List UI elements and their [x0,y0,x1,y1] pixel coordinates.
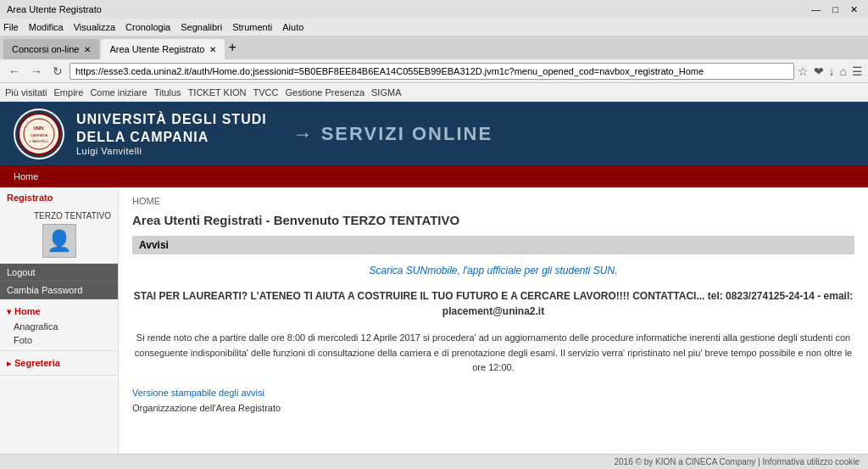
avvisi-box: Avvisi [132,236,854,254]
nav-bar: ← → ↻ ☆ ❤ ↓ ⌂ ☰ [0,59,868,83]
sun-mobile-link[interactable]: Scarica SUNmobile, l'app ufficiale per g… [132,265,854,276]
menu-visualizza[interactable]: Visualizza [74,22,115,32]
bookmark-icon[interactable]: ❤ [814,64,824,78]
print-version-link[interactable]: Versione stampabile degli avvisi [132,388,854,398]
university-logo: UNIV. CAMPANIA L.VANVITELLI [14,109,64,159]
star-icon[interactable]: ☆ [798,64,809,78]
bookmark-titulus[interactable]: Titulus [154,87,181,98]
logo-inner: UNIV. CAMPANIA L.VANVITELLI [15,110,63,158]
bookmark-piu-visitati[interactable]: Più visitati [5,87,47,98]
menu-strumenti[interactable]: Strumenti [232,22,272,32]
sidebar-segreteria-header[interactable]: ▸ Segreteria [0,355,118,371]
bookmark-come-iniziare[interactable]: Come iniziare [90,87,147,98]
url-bar[interactable] [70,63,794,80]
home-browser-icon[interactable]: ⌂ [840,64,847,78]
sidebar-home-header[interactable]: ▾ Home [0,303,118,320]
sidebar-logout-item[interactable]: Logout [0,264,118,282]
org-text: Organizzazione dell'Area Registrato [132,403,854,413]
content-area: HOME Area Utenti Registrati - Benvenuto … [119,187,868,469]
bookmarks-bar: Più visitati Empire Come iniziare Titulu… [0,83,868,102]
info-text: Si rende noto che a partire dalle ore 8:… [132,331,854,376]
minimize-button[interactable]: — [808,4,824,15]
sidebar-avatar: 👤 [42,224,76,258]
main-nav: Home [0,165,868,187]
menu-file[interactable]: File [3,22,19,32]
tab-area-utente-close[interactable]: ✕ [209,45,216,54]
servizi-online-label: → SERVIZI ONLINE [292,122,492,146]
sidebar-registrato-title: Registrato [0,187,118,206]
sidebar-foto-link[interactable]: Foto [0,333,118,347]
bookmark-gestione-presenza[interactable]: Gestione Presenza [285,87,364,98]
bookmark-tvcc[interactable]: TVCC [253,87,279,98]
tab-concorsi-close[interactable]: ✕ [84,45,91,54]
university-name-line1: UNIVERSITÀ DEGLI STUDI [76,111,267,129]
sidebar: Registrato TERZO TENTATIVO 👤 Logout Camb… [0,187,119,469]
footer: 2016 © by KION a CINECA Company | Inform… [0,454,868,469]
svg-text:CAMPANIA: CAMPANIA [31,133,48,137]
tab-area-utente[interactable]: Area Utente Registrato ✕ [101,39,225,59]
page-title: Area Utenti Registrati - Benvenuto TERZO… [132,213,854,227]
chevron-right-icon: ▸ [7,359,11,368]
bookmark-empire[interactable]: Empire [54,87,84,98]
close-button[interactable]: ✕ [847,4,861,15]
page-content: UNIV. CAMPANIA L.VANVITELLI UNIVERSITÀ D… [0,102,868,469]
menu-segnalibri[interactable]: Segnalibri [181,22,222,32]
tab-area-utente-label: Area Utente Registrato [109,44,204,54]
avatar-placeholder-icon: 👤 [47,229,72,253]
menu-bar: File Modifica Visualizza Cronologia Segn… [0,19,868,36]
bookmark-ticket-kion[interactable]: TICKET KION [188,87,247,98]
browser-title: Area Utente Registrato [7,4,102,14]
university-header: UNIV. CAMPANIA L.VANVITELLI UNIVERSITÀ D… [0,102,868,165]
new-tab-button[interactable]: + [225,40,239,55]
tab-concorsi[interactable]: Concorsi on-line ✕ [3,39,99,59]
sidebar-user-area: TERZO TENTATIVO 👤 [0,206,118,264]
sidebar-username: TERZO TENTATIVO [7,211,111,221]
menu-modifica[interactable]: Modifica [29,22,64,32]
sidebar-segreteria-label: Segreteria [14,358,60,368]
restore-button[interactable]: □ [829,4,842,15]
title-bar: Area Utente Registrato — □ ✕ [0,0,868,19]
servizi-text: SERVIZI ONLINE [321,123,492,145]
sidebar-home-section: ▾ Home Anagrafica Foto [0,299,118,351]
breadcrumb: HOME [132,196,854,206]
arrow-icon: → [292,122,314,146]
university-name-line2: DELLA CAMPANIA [76,129,267,147]
chevron-down-icon: ▾ [7,307,11,316]
tabs-bar: Concorsi on-line ✕ Area Utente Registrat… [0,36,868,59]
sidebar-cambia-password-item[interactable]: Cambia Password [0,282,118,299]
bookmark-sigma[interactable]: SIGMA [371,87,401,98]
sidebar-home-label: Home [14,306,41,316]
sidebar-anagrafica-link[interactable]: Anagrafica [0,320,118,333]
main-layout: Registrato TERZO TENTATIVO 👤 Logout Camb… [0,187,868,469]
forward-button[interactable]: → [27,63,46,80]
refresh-button[interactable]: ↻ [49,63,66,80]
menu-aiuto[interactable]: Aiuto [282,22,303,32]
notice-box: STAI PER LAUREARTI? L'ATENEO TI AIUTA A … [132,288,854,319]
sidebar-segreteria-section: ▸ Segreteria [0,351,118,376]
home-nav-button[interactable]: Home [7,171,45,181]
menu-cronologia[interactable]: Cronologia [125,22,170,32]
back-button[interactable]: ← [5,63,24,80]
university-name-line3: Luigi Vanvitelli [76,146,267,156]
svg-text:UNIV.: UNIV. [34,126,45,131]
svg-text:L.VANVITELLI: L.VANVITELLI [30,140,49,143]
download-icon[interactable]: ↓ [829,64,835,78]
menu-icon[interactable]: ☰ [852,64,863,78]
tab-concorsi-label: Concorsi on-line [12,44,79,54]
footer-text: 2016 © by KION a CINECA Company | Inform… [614,457,860,466]
